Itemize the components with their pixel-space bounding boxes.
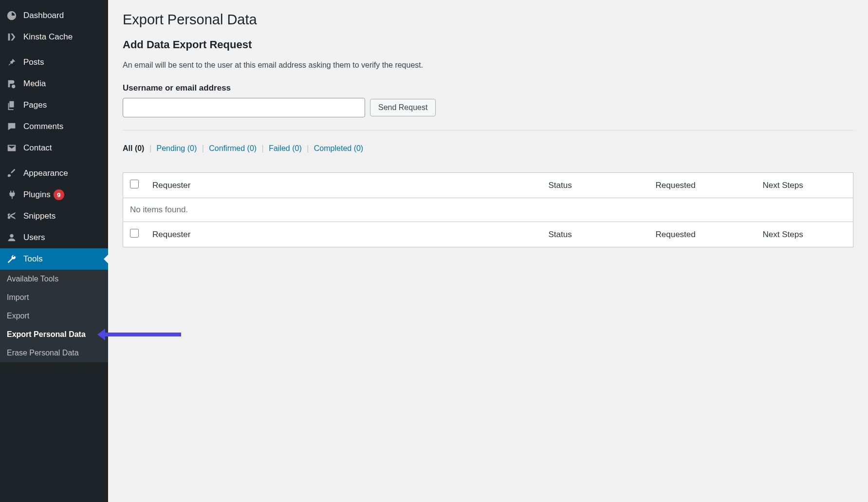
menu-label: Users bbox=[23, 233, 45, 242]
menu-separator bbox=[0, 159, 108, 163]
menu-label: Posts bbox=[23, 57, 44, 67]
table-footer-row: Requester Status Requested Next Steps bbox=[123, 222, 853, 247]
menu-item-pages[interactable]: Pages bbox=[0, 94, 108, 116]
filter-confirmed[interactable]: Confirmed (0) bbox=[209, 144, 257, 152]
request-form-row: Send Request bbox=[123, 98, 853, 117]
column-next-steps: Next Steps bbox=[756, 173, 853, 198]
menu-label: Dashboard bbox=[23, 11, 64, 20]
comments-icon bbox=[6, 121, 18, 132]
select-all-bottom-checkbox[interactable] bbox=[130, 229, 139, 238]
filter-completed[interactable]: Completed (0) bbox=[314, 144, 363, 152]
current-menu-arrow bbox=[104, 254, 109, 264]
menu-item-comments[interactable]: Comments bbox=[0, 116, 108, 137]
page-title: Export Personal Data bbox=[123, 12, 853, 28]
menu-item-appearance[interactable]: Appearance bbox=[0, 163, 108, 184]
menu-item-snippets[interactable]: Snippets bbox=[0, 205, 108, 227]
plugins-update-badge: 9 bbox=[54, 189, 64, 200]
column-requested-foot[interactable]: Requested bbox=[649, 222, 756, 247]
status-filter-bar: All (0) | Pending (0) | Confirmed (0) | … bbox=[123, 144, 853, 153]
menu-label: Media bbox=[23, 79, 46, 89]
submenu-export[interactable]: Export bbox=[0, 307, 108, 325]
column-requested[interactable]: Requested bbox=[649, 173, 756, 198]
table-empty-row: No items found. bbox=[123, 198, 853, 222]
menu-item-kinsta-cache[interactable]: Kinsta Cache bbox=[0, 26, 108, 48]
menu-label: Pages bbox=[23, 100, 47, 110]
pages-icon bbox=[6, 99, 18, 111]
media-icon bbox=[6, 78, 18, 90]
requests-table: Requester Status Requested Next Steps No… bbox=[123, 172, 853, 247]
no-items-text: No items found. bbox=[123, 198, 853, 222]
wrench-icon bbox=[6, 253, 18, 265]
scissors-icon bbox=[6, 210, 18, 222]
menu-label: Appearance bbox=[23, 168, 68, 178]
menu-label: Snippets bbox=[23, 211, 55, 221]
username-email-label: Username or email address bbox=[123, 83, 853, 93]
menu-item-contact[interactable]: Contact bbox=[0, 137, 108, 159]
divider bbox=[123, 130, 853, 130]
table-header-row: Requester Status Requested Next Steps bbox=[123, 173, 853, 198]
submenu-available-tools[interactable]: Available Tools bbox=[0, 270, 108, 288]
menu-label: Contact bbox=[23, 143, 52, 153]
menu-item-tools[interactable]: Tools bbox=[0, 248, 108, 270]
user-icon bbox=[6, 232, 18, 243]
column-status: Status bbox=[542, 173, 649, 198]
menu-label: Tools bbox=[23, 254, 43, 264]
filter-all[interactable]: All (0) bbox=[123, 144, 144, 152]
plug-icon bbox=[6, 189, 18, 201]
brush-icon bbox=[6, 167, 18, 179]
menu-item-media[interactable]: Media bbox=[0, 73, 108, 94]
column-requester-foot[interactable]: Requester bbox=[146, 222, 542, 247]
mail-icon bbox=[6, 142, 18, 154]
submenu-import[interactable]: Import bbox=[0, 288, 108, 307]
admin-sidebar: Dashboard Kinsta Cache Posts Media Pages… bbox=[0, 0, 108, 502]
main-content: Export Personal Data Add Data Export Req… bbox=[108, 0, 868, 502]
send-request-button[interactable]: Send Request bbox=[370, 99, 436, 116]
submenu-erase-personal-data[interactable]: Erase Personal Data bbox=[0, 344, 108, 362]
annotation-arrow-icon bbox=[103, 333, 181, 336]
column-next-steps-foot: Next Steps bbox=[756, 222, 853, 247]
menu-item-plugins[interactable]: Plugins 9 bbox=[0, 184, 108, 205]
username-email-input[interactable] bbox=[123, 98, 365, 117]
menu-item-dashboard[interactable]: Dashboard bbox=[0, 5, 108, 26]
menu-item-posts[interactable]: Posts bbox=[0, 52, 108, 73]
menu-item-users[interactable]: Users bbox=[0, 227, 108, 248]
pin-icon bbox=[6, 56, 18, 68]
tools-submenu: Available Tools Import Export Export Per… bbox=[0, 270, 108, 362]
filter-failed[interactable]: Failed (0) bbox=[269, 144, 302, 152]
submenu-export-personal-data[interactable]: Export Personal Data bbox=[0, 325, 108, 344]
filter-pending[interactable]: Pending (0) bbox=[157, 144, 197, 152]
dashboard-icon bbox=[6, 10, 18, 21]
menu-separator bbox=[0, 48, 108, 52]
menu-label: Plugins bbox=[23, 190, 51, 200]
column-status-foot: Status bbox=[542, 222, 649, 247]
section-heading: Add Data Export Request bbox=[123, 38, 853, 51]
menu-label: Comments bbox=[23, 122, 63, 131]
kinsta-icon bbox=[6, 31, 18, 43]
menu-label: Kinsta Cache bbox=[23, 32, 73, 42]
column-requester[interactable]: Requester bbox=[146, 173, 542, 198]
section-description: An email will be sent to the user at thi… bbox=[123, 61, 853, 70]
select-all-top-checkbox[interactable] bbox=[130, 180, 139, 188]
